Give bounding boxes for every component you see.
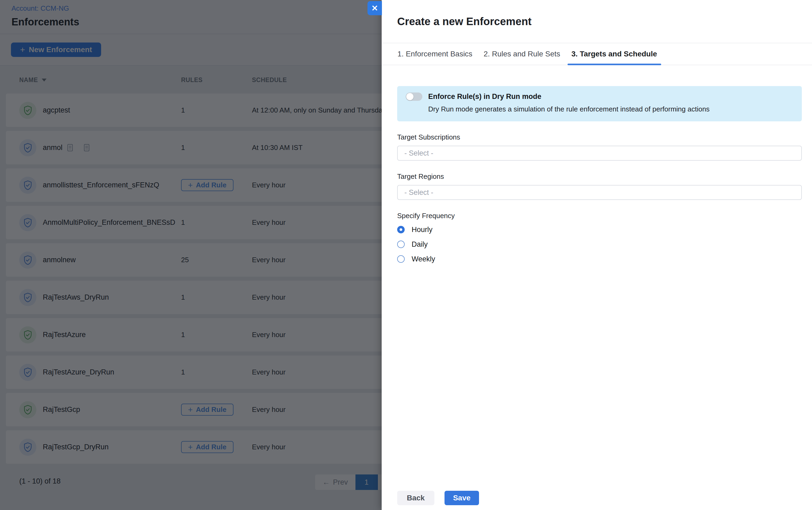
create-enforcement-drawer: ✕ Create a new Enforcement 1. Enforcemen… — [382, 0, 812, 510]
frequency-option-hourly[interactable]: Hourly — [397, 226, 802, 233]
radio-label: Weekly — [412, 255, 435, 263]
save-button[interactable]: Save — [444, 491, 479, 505]
toggle-knob-icon — [406, 93, 413, 100]
tab-step-2[interactable]: 2. Rules and Rule Sets — [480, 43, 564, 65]
tab-step-1[interactable]: 1. Enforcement Basics — [394, 43, 476, 65]
target-subscriptions-select[interactable]: - Select - — [397, 146, 802, 161]
target-subscriptions-label: Target Subscriptions — [397, 133, 802, 141]
target-regions-placeholder: - Select - — [404, 188, 433, 197]
target-subscriptions-placeholder: - Select - — [404, 149, 433, 157]
dry-run-infobox: Enforce Rule(s) in Dry Run mode Dry Run … — [397, 86, 802, 121]
dry-run-description: Dry Run mode generates a simulation of t… — [428, 105, 802, 113]
back-button[interactable]: Back — [397, 491, 434, 505]
drawer-title: Create a new Enforcement — [397, 16, 812, 28]
drawer-body: Enforce Rule(s) in Dry Run mode Dry Run … — [382, 65, 812, 263]
dry-run-toggle[interactable] — [406, 92, 422, 101]
target-regions-label: Target Regions — [397, 172, 802, 181]
tab-step-3[interactable]: 3. Targets and Schedule — [568, 43, 661, 65]
dry-run-title: Enforce Rule(s) in Dry Run mode — [428, 92, 541, 101]
wizard-tabbar: 1. Enforcement Basics2. Rules and Rule S… — [382, 43, 812, 65]
frequency-radio-group: HourlyDailyWeekly — [397, 226, 802, 263]
radio-label: Hourly — [412, 226, 433, 234]
drawer-footer: Back Save — [397, 491, 479, 505]
frequency-option-weekly[interactable]: Weekly — [397, 255, 802, 263]
frequency-option-daily[interactable]: Daily — [397, 241, 802, 248]
radio-label: Daily — [412, 240, 428, 248]
specify-frequency-label: Specify Frequency — [397, 212, 802, 220]
radio-icon[interactable] — [397, 255, 405, 263]
close-icon[interactable]: ✕ — [368, 1, 382, 15]
radio-icon[interactable] — [397, 226, 405, 233]
radio-icon[interactable] — [397, 241, 405, 248]
drawer-header: Create a new Enforcement — [382, 0, 812, 43]
target-regions-select[interactable]: - Select - — [397, 185, 802, 200]
